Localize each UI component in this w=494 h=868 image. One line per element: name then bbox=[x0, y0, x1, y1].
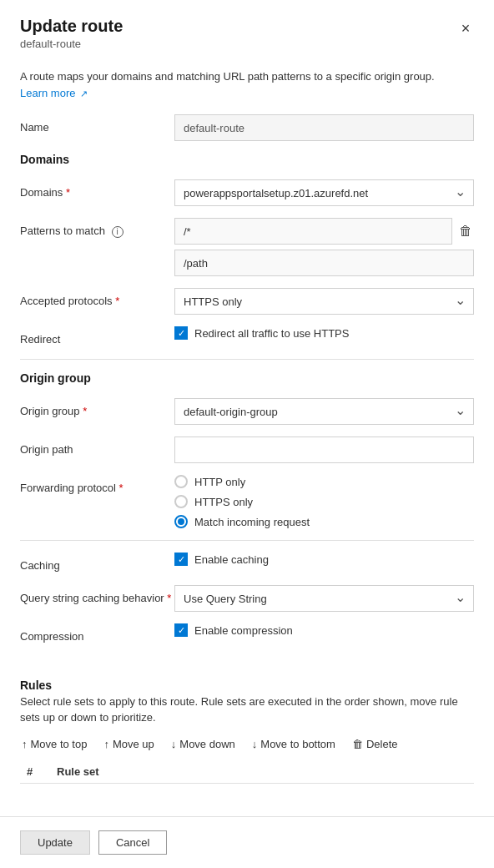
close-button[interactable]: × bbox=[454, 17, 477, 40]
caching-checkbox[interactable]: ✓ bbox=[174, 553, 188, 566]
forwarding-match-row: Match incoming request bbox=[174, 515, 474, 528]
move-to-top-icon: ↑ bbox=[22, 738, 28, 750]
rules-table-header: # Rule set bbox=[20, 760, 474, 784]
compression-row: Compression ✓ Enable compression bbox=[20, 623, 474, 644]
caching-checkbox-row: ✓ Enable caching bbox=[174, 553, 474, 566]
origin-group-required: * bbox=[83, 405, 87, 417]
forwarding-http-only-label: HTTP only bbox=[194, 476, 245, 488]
move-up-button[interactable]: ↑ Move up bbox=[102, 734, 155, 754]
update-button[interactable]: Update bbox=[20, 830, 90, 855]
forwarding-required: * bbox=[119, 482, 124, 494]
compression-check-mark: ✓ bbox=[178, 626, 185, 635]
learn-more-label: Learn more bbox=[20, 87, 75, 99]
compression-label: Compression bbox=[20, 623, 174, 644]
divider-1 bbox=[20, 359, 474, 360]
compression-checkbox-label: Enable compression bbox=[194, 624, 293, 637]
redirect-checkbox-row: ✓ Redirect all traffic to use HTTPS bbox=[174, 326, 474, 340]
move-down-button[interactable]: ↓ Move down bbox=[169, 734, 237, 754]
origin-group-select-wrapper: default-origin-group bbox=[174, 398, 474, 425]
pattern-input-1[interactable] bbox=[174, 218, 452, 245]
rules-heading: Rules bbox=[20, 679, 474, 692]
origin-path-row: Origin path bbox=[20, 437, 474, 463]
query-string-control: Use Query String Ignore Query String bbox=[174, 585, 474, 612]
accepted-protocols-label: Accepted protocols * bbox=[20, 288, 174, 309]
move-to-top-button[interactable]: ↑ Move to top bbox=[20, 734, 88, 754]
update-route-panel: Update route default-route × A route map… bbox=[0, 0, 494, 868]
patterns-info-icon[interactable]: i bbox=[112, 226, 124, 238]
domains-select[interactable]: powerappsportalsetup.z01.azurefd.net bbox=[174, 179, 474, 206]
redirect-row: Redirect ✓ Redirect all traffic to use H… bbox=[20, 326, 474, 347]
name-input[interactable] bbox=[174, 114, 474, 141]
forwarding-protocol-label: Forwarding protocol * bbox=[20, 475, 174, 496]
caching-check-mark: ✓ bbox=[178, 555, 185, 564]
query-string-row: Query string caching behavior * Use Quer… bbox=[20, 585, 474, 612]
origin-path-input[interactable] bbox=[174, 437, 474, 463]
rules-col-name: Rule set bbox=[57, 765, 467, 778]
accepted-protocols-row: Accepted protocols * HTTPS only HTTP onl… bbox=[20, 288, 474, 315]
pattern-row-2 bbox=[174, 250, 474, 276]
delete-label: Delete bbox=[366, 738, 398, 750]
forwarding-http-only-row: HTTP only bbox=[174, 475, 474, 488]
divider-2 bbox=[20, 540, 474, 541]
origin-group-row: Origin group * default-origin-group bbox=[20, 398, 474, 425]
domains-section: Domains bbox=[20, 153, 474, 166]
compression-checkbox[interactable]: ✓ bbox=[174, 623, 188, 637]
forwarding-http-only-radio[interactable] bbox=[174, 475, 188, 488]
forwarding-protocol-row: Forwarding protocol * HTTP only HTTPS on… bbox=[20, 475, 474, 528]
delete-icon: 🗑 bbox=[352, 738, 363, 750]
description-area: A route maps your domains and matching U… bbox=[0, 58, 494, 108]
caching-row: Caching ✓ Enable caching bbox=[20, 553, 474, 573]
origin-path-label: Origin path bbox=[20, 437, 174, 457]
move-to-bottom-icon: ↓ bbox=[252, 738, 258, 750]
pattern-input-2[interactable] bbox=[174, 250, 474, 276]
query-string-select[interactable]: Use Query String Ignore Query String bbox=[174, 585, 474, 612]
domains-section-heading: Domains bbox=[20, 153, 474, 166]
compression-checkbox-row: ✓ Enable compression bbox=[174, 623, 474, 637]
forwarding-match-radio[interactable] bbox=[174, 515, 188, 528]
redirect-label: Redirect bbox=[20, 326, 174, 347]
redirect-control: ✓ Redirect all traffic to use HTTPS bbox=[174, 326, 474, 340]
rules-section: Rules Select rule sets to apply to this … bbox=[0, 679, 494, 784]
panel-title: Update route bbox=[20, 17, 474, 36]
accepted-protocols-select[interactable]: HTTPS only HTTP only HTTP and HTTPS bbox=[174, 288, 474, 315]
redirect-checkbox[interactable]: ✓ bbox=[174, 326, 188, 340]
origin-group-label: Origin group * bbox=[20, 398, 174, 419]
query-string-label: Query string caching behavior * bbox=[20, 585, 174, 606]
footer: Update Cancel bbox=[0, 816, 494, 868]
forwarding-protocol-control: HTTP only HTTPS only Match incoming requ… bbox=[174, 475, 474, 528]
caching-checkbox-label: Enable caching bbox=[194, 553, 269, 566]
pattern-delete-btn-1[interactable]: 🗑 bbox=[457, 222, 474, 240]
compression-control: ✓ Enable compression bbox=[174, 623, 474, 637]
check-mark-icon: ✓ bbox=[178, 329, 185, 338]
origin-group-select[interactable]: default-origin-group bbox=[174, 398, 474, 425]
query-string-required: * bbox=[167, 592, 171, 604]
forwarding-https-only-label: HTTPS only bbox=[194, 496, 253, 508]
move-to-bottom-button[interactable]: ↓ Move to bottom bbox=[250, 734, 337, 754]
domains-select-wrapper: powerappsportalsetup.z01.azurefd.net bbox=[174, 179, 474, 206]
move-up-icon: ↑ bbox=[103, 738, 109, 750]
origin-path-control bbox=[174, 437, 474, 463]
domains-row: Domains * powerappsportalsetup.z01.azure… bbox=[20, 179, 474, 206]
origin-group-section: Origin group bbox=[20, 371, 474, 385]
patterns-label: Patterns to match i bbox=[20, 218, 174, 239]
name-row: Name bbox=[20, 114, 474, 141]
panel-header: Update route default-route × bbox=[0, 0, 494, 58]
trash-icon-1: 🗑 bbox=[459, 224, 472, 239]
redirect-checkbox-label: Redirect all traffic to use HTTPS bbox=[194, 327, 349, 340]
query-string-select-wrapper: Use Query String Ignore Query String bbox=[174, 585, 474, 612]
cancel-button[interactable]: Cancel bbox=[98, 830, 167, 855]
move-down-label: Move down bbox=[179, 738, 234, 750]
delete-rule-button[interactable]: 🗑 Delete bbox=[350, 734, 400, 754]
patterns-control: 🗑 bbox=[174, 218, 474, 276]
learn-more-link[interactable]: Learn more ↗ bbox=[20, 87, 88, 99]
pattern-row-1: 🗑 bbox=[174, 218, 474, 245]
protocols-select-wrapper: HTTPS only HTTP only HTTP and HTTPS bbox=[174, 288, 474, 315]
forwarding-radio-group: HTTP only HTTPS only Match incoming requ… bbox=[174, 475, 474, 528]
rules-toolbar: ↑ Move to top ↑ Move up ↓ Move down ↓ Mo… bbox=[20, 734, 474, 754]
domains-label: Domains * bbox=[20, 179, 174, 200]
name-control bbox=[174, 114, 474, 141]
patterns-row: Patterns to match i 🗑 bbox=[20, 218, 474, 276]
forwarding-https-only-radio[interactable] bbox=[174, 495, 188, 508]
caching-label: Caching bbox=[20, 553, 174, 573]
origin-group-section-heading: Origin group bbox=[20, 371, 474, 385]
